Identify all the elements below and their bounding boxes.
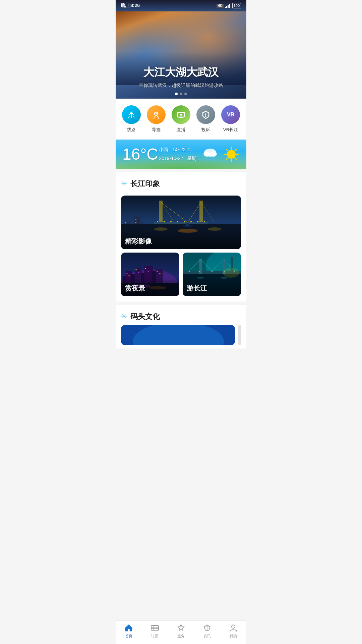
complaint-label: 投诉	[201, 127, 210, 133]
svg-point-44	[164, 221, 165, 222]
svg-rect-41	[199, 201, 203, 222]
svg-point-9	[205, 116, 206, 117]
svg-point-89	[199, 271, 200, 272]
svg-point-98	[223, 268, 240, 278]
section2-icon: ✳	[121, 312, 127, 321]
section1-icon: ✳	[121, 179, 127, 188]
svg-rect-75	[160, 273, 161, 274]
svg-rect-68	[127, 273, 128, 274]
weather-hills	[116, 159, 246, 169]
image-row: 赏夜景	[121, 253, 241, 296]
hero-subtitle: 带你玩转武汉，超级详细的武汉旅游攻略	[116, 83, 246, 89]
svg-rect-0	[225, 7, 226, 8]
svg-rect-1	[226, 6, 227, 8]
section1-image-grid: 精彩影像	[116, 192, 246, 302]
section-sep-2	[116, 302, 246, 305]
svg-line-21	[226, 149, 228, 151]
svg-rect-73	[148, 271, 149, 272]
svg-point-12	[210, 151, 217, 157]
svg-point-7	[180, 114, 182, 116]
yangtze-overlay: 游长江	[183, 277, 241, 296]
svg-rect-72	[145, 268, 146, 269]
signal-icon	[225, 3, 231, 8]
svg-rect-34	[135, 219, 136, 220]
section2-header: ✳ 码头文化	[116, 305, 246, 325]
image-full-yangtze[interactable]: 精彩影像	[121, 196, 241, 249]
svg-rect-56	[186, 223, 189, 226]
svg-point-49	[197, 221, 198, 222]
weather-bar: 16°C 小雨 14~22°C 2019-10-22 星期二	[116, 140, 246, 169]
bottom-spacer	[116, 348, 246, 375]
hero-dot-1[interactable]	[175, 93, 178, 95]
svg-rect-74	[157, 271, 158, 272]
svg-rect-40	[159, 201, 163, 222]
svg-point-5	[156, 113, 157, 114]
route-icon	[127, 110, 136, 119]
svg-point-88	[189, 271, 190, 272]
status-icons: HD 100	[217, 3, 241, 8]
svg-point-90	[212, 271, 213, 272]
hero-dots	[175, 93, 187, 95]
svg-line-23	[235, 149, 236, 151]
section2-card-left[interactable]	[121, 325, 235, 345]
weather-range: 14~22°C	[172, 147, 191, 152]
image-yangtze-tour[interactable]: 游长江	[183, 253, 241, 296]
route-icon-circle	[122, 105, 141, 124]
section1-title: 长江印象	[130, 179, 160, 189]
hero-title: 大江大湖大武汉	[116, 65, 246, 80]
weather-condition: 小雨	[159, 147, 168, 152]
live-icon	[176, 110, 186, 119]
guide-icon-circle	[147, 105, 166, 124]
section2-images	[116, 325, 246, 348]
live-label: 直播	[177, 127, 185, 133]
hero-text: 大江大湖大武汉 带你玩转武汉，超级详细的武汉旅游攻略	[116, 65, 246, 89]
section2-title: 码头文化	[130, 312, 160, 322]
image-full-overlay: 精彩影像	[121, 230, 241, 249]
svg-point-50	[204, 221, 205, 222]
night-overlay: 赏夜景	[121, 277, 179, 296]
svg-rect-3	[229, 4, 230, 8]
svg-point-46	[177, 221, 178, 222]
menu-item-vr[interactable]: VR VR长江	[221, 105, 240, 133]
svg-point-48	[190, 221, 192, 222]
hd-badge: HD	[217, 4, 223, 8]
hero-dot-2[interactable]	[180, 93, 182, 95]
svg-rect-31	[125, 222, 126, 223]
complaint-icon	[201, 110, 210, 119]
svg-rect-69	[129, 275, 130, 276]
complaint-icon-circle	[196, 105, 215, 124]
svg-rect-2	[228, 5, 229, 8]
route-label: 线路	[127, 127, 136, 133]
vr-icon-circle: VR	[221, 105, 240, 124]
status-time: 晚上8:26	[121, 3, 140, 9]
weather-condition-range: 小雨 14~22°C	[159, 146, 201, 154]
svg-rect-70	[136, 269, 137, 270]
svg-point-47	[184, 221, 185, 222]
section2-left-svg	[121, 325, 235, 345]
svg-point-11	[203, 151, 210, 157]
quick-menu: 线路 导览 直播	[116, 99, 246, 140]
hero-banner[interactable]: 大江大湖大武汉 带你玩转武汉，超级详细的武汉旅游攻略	[116, 11, 246, 99]
menu-item-live[interactable]: 直播	[172, 105, 190, 133]
menu-item-guide[interactable]: 导览	[147, 105, 166, 133]
section1-header: ✳ 长江印象	[116, 172, 246, 192]
status-bar: 晚上8:26 HD 100	[116, 0, 246, 11]
hero-dot-3[interactable]	[184, 93, 187, 95]
menu-item-route[interactable]: 线路	[122, 105, 141, 133]
svg-point-100	[133, 325, 224, 345]
svg-point-16	[227, 150, 236, 159]
section2-divider	[238, 325, 241, 345]
image-full-label: 精彩影像	[125, 237, 152, 245]
vr-text: VR	[227, 112, 234, 118]
night-label: 赏夜景	[125, 284, 145, 292]
svg-rect-71	[138, 272, 139, 273]
svg-rect-42	[154, 222, 208, 224]
live-icon-circle	[172, 105, 190, 124]
svg-point-43	[157, 221, 158, 222]
image-night-scene[interactable]: 赏夜景	[121, 253, 179, 296]
vr-label: VR长江	[223, 127, 238, 133]
svg-point-45	[170, 221, 172, 222]
guide-label: 导览	[152, 127, 161, 133]
guide-icon	[152, 110, 161, 119]
menu-item-complaint[interactable]: 投诉	[196, 105, 215, 133]
